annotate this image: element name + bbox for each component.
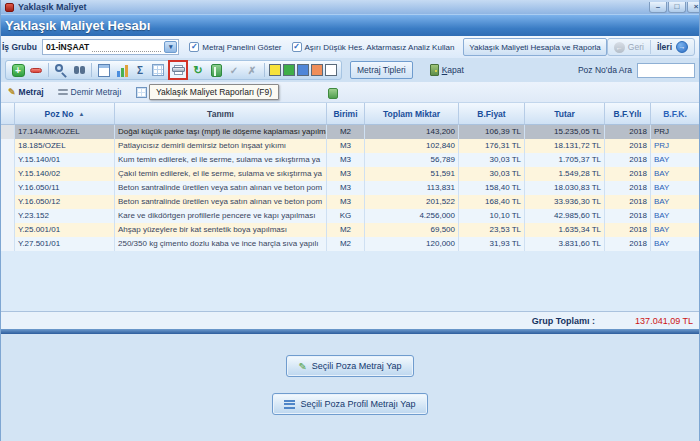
checkbox-check-icon[interactable]: ✓ — [189, 42, 199, 52]
preview-button[interactable] — [96, 62, 112, 78]
cell-tanim[interactable]: Patlayıcısız demirli demirsiz beton inşa… — [115, 139, 327, 153]
cell-poz[interactable]: Y.15.140/01 — [15, 153, 115, 167]
color-square-white[interactable] — [325, 64, 337, 76]
cell-yil[interactable]: 2018 — [605, 153, 651, 167]
cell-bfk[interactable]: BAY — [651, 237, 699, 251]
cell-tanim[interactable]: Ahşap yüzeylere bir kat sentetik boya ya… — [115, 223, 327, 237]
cell-birim[interactable]: M2 — [327, 223, 365, 237]
cell-bfiyat[interactable]: 23,53 TL — [459, 223, 525, 237]
cell-poz[interactable]: Y.23.152 — [15, 209, 115, 223]
cell-miktar[interactable]: 69,500 — [365, 223, 459, 237]
cell-poz[interactable]: Y.27.501/01 — [15, 237, 115, 251]
cell-tutar[interactable]: 15.235,05 TL — [525, 125, 605, 139]
color-square-green[interactable] — [283, 64, 295, 76]
cell-tanim[interactable]: Çakıl temin edilerek, el ile serme, sula… — [115, 167, 327, 181]
tab-fragment-icon[interactable] — [328, 88, 338, 99]
cell-miktar[interactable]: 102,840 — [365, 139, 459, 153]
header-bfiyat[interactable]: B.Fiyat — [459, 103, 525, 125]
combo-dropdown-icon[interactable]: ▾ — [164, 41, 177, 53]
cell-yil[interactable]: 2018 — [605, 181, 651, 195]
notes-button[interactable] — [208, 62, 224, 78]
cell-tutar[interactable]: 18.030,83 TL — [525, 181, 605, 195]
remove-row-button[interactable] — [28, 62, 44, 78]
cell-tanim[interactable]: 250/350 kg çimento dozlu kaba ve ince ha… — [115, 237, 327, 251]
cell-poz[interactable]: Y.15.140/02 — [15, 167, 115, 181]
cell-poz[interactable]: Y.16.050/12 — [15, 195, 115, 209]
cell-tutar[interactable]: 42.985,60 TL — [525, 209, 605, 223]
cell-tutar[interactable]: 3.831,60 TL — [525, 237, 605, 251]
close-icon[interactable]: × — [687, 2, 700, 13]
cancel-button[interactable]: ✗ — [244, 62, 260, 78]
cell-bfk[interactable]: BAY — [651, 153, 699, 167]
cell-tutar[interactable]: 1.705,37 TL — [525, 153, 605, 167]
tab-demir-metraji[interactable]: Demir Metrajı — [58, 87, 122, 97]
cell-tutar[interactable]: 33.936,30 TL — [525, 195, 605, 209]
add-row-button[interactable]: + — [10, 62, 26, 78]
header-birimi[interactable]: Birimi — [327, 103, 365, 125]
table-row[interactable]: Y.16.050/11 Beton santralinde üretilen v… — [1, 181, 699, 195]
cell-yil[interactable]: 2018 — [605, 195, 651, 209]
table-row[interactable]: Y.27.501/01 250/350 kg çimento dozlu kab… — [1, 237, 699, 251]
cell-birim[interactable]: M3 — [327, 195, 365, 209]
find-button[interactable] — [71, 62, 87, 78]
hesapla-raporla-button[interactable]: Yaklaşık Maliyeti Hesapla ve Raporla — [463, 38, 606, 56]
cell-birim[interactable]: M2 — [327, 125, 365, 139]
cell-yil[interactable]: 2018 — [605, 139, 651, 153]
cell-poz[interactable]: 17.144/MK/OZEL — [15, 125, 115, 139]
cell-birim[interactable]: M3 — [327, 181, 365, 195]
table-row[interactable]: Y.15.140/02 Çakıl temin edilerek, el ile… — [1, 167, 699, 181]
cell-yil[interactable]: 2018 — [605, 209, 651, 223]
cell-bfk[interactable]: PRJ — [651, 139, 699, 153]
cell-poz[interactable]: Y.16.050/11 — [15, 181, 115, 195]
cell-miktar[interactable]: 120,000 — [365, 237, 459, 251]
cell-tutar[interactable]: 1.635,34 TL — [525, 223, 605, 237]
cell-birim[interactable]: M3 — [327, 139, 365, 153]
metraj-panel-checkbox[interactable]: ✓ Metraj Panelini Göster — [189, 42, 281, 52]
tab-metraj[interactable]: ✎ Metraj — [8, 87, 44, 97]
grid-button[interactable] — [150, 62, 166, 78]
cell-bfiyat[interactable]: 168,40 TL — [459, 195, 525, 209]
maximize-icon[interactable]: □ — [668, 2, 686, 13]
cell-bfk[interactable]: BAY — [651, 195, 699, 209]
is-grubu-combobox[interactable]: 01-İNŞAAT ▾ — [42, 39, 179, 55]
header-poz-no[interactable]: Poz No ▲ — [15, 103, 115, 125]
header-tutar[interactable]: Tutar — [525, 103, 605, 125]
header-bfk[interactable]: B.F.K. — [651, 103, 699, 125]
cell-yil[interactable]: 2018 — [605, 167, 651, 181]
cell-tanim[interactable]: Beton santralinde üretilen veya satın al… — [115, 181, 327, 195]
cell-miktar[interactable]: 56,789 — [365, 153, 459, 167]
refresh-button[interactable]: ↻ — [190, 62, 206, 78]
cell-bfk[interactable]: BAY — [651, 181, 699, 195]
color-square-blue[interactable] — [297, 64, 309, 76]
cell-bfiyat[interactable]: 31,93 TL — [459, 237, 525, 251]
table-row[interactable]: Y.23.152 Kare ve dikdörtgen profillerle … — [1, 209, 699, 223]
cell-poz[interactable]: Y.25.001/01 — [15, 223, 115, 237]
cell-tanim[interactable]: Kare ve dikdörtgen profillerle pencere v… — [115, 209, 327, 223]
cell-tanim[interactable]: Kum temin edilerek, el ile serme, sulama… — [115, 153, 327, 167]
cell-tanim[interactable]: Doğal küçük parke taşı (mpt) ile döşeme … — [115, 125, 327, 139]
cell-bfiyat[interactable]: 30,03 TL — [459, 153, 525, 167]
header-bf-yili[interactable]: B.F.Yılı — [605, 103, 651, 125]
cell-bfiyat[interactable]: 30,03 TL — [459, 167, 525, 181]
cell-bfk[interactable]: BAY — [651, 223, 699, 237]
color-square-orange[interactable] — [311, 64, 323, 76]
secili-poza-profil-metraji-button[interactable]: Seçili Poza Profil Metrajı Yap — [272, 393, 427, 415]
cell-bfiyat[interactable]: 10,10 TL — [459, 209, 525, 223]
cell-tutar[interactable]: 1.549,28 TL — [525, 167, 605, 181]
analysis-button[interactable] — [53, 62, 69, 78]
secili-poza-metraj-button[interactable]: ✎ Seçili Poza Metraj Yap — [286, 355, 413, 377]
apply-button[interactable]: ✓ — [226, 62, 242, 78]
sum-button[interactable]: Σ — [132, 62, 148, 78]
cell-birim[interactable]: M3 — [327, 153, 365, 167]
table-row[interactable]: Y.16.050/12 Beton santralinde üretilen v… — [1, 195, 699, 209]
header-toplam-miktar[interactable]: Toplam Miktar — [365, 103, 459, 125]
chart-button[interactable] — [114, 62, 130, 78]
cell-miktar[interactable]: 51,591 — [365, 167, 459, 181]
color-square-yellow[interactable] — [269, 64, 281, 76]
ileri-button[interactable]: İleri → — [651, 41, 694, 53]
table-row-selected[interactable]: 17.144/MK/OZEL Doğal küçük parke taşı (m… — [1, 125, 699, 139]
cell-birim[interactable]: M2 — [327, 237, 365, 251]
cell-yil[interactable]: 2018 — [605, 125, 651, 139]
cell-tanim[interactable]: Beton santralinde üretilen veya satın al… — [115, 195, 327, 209]
cell-bfiyat[interactable]: 158,40 TL — [459, 181, 525, 195]
